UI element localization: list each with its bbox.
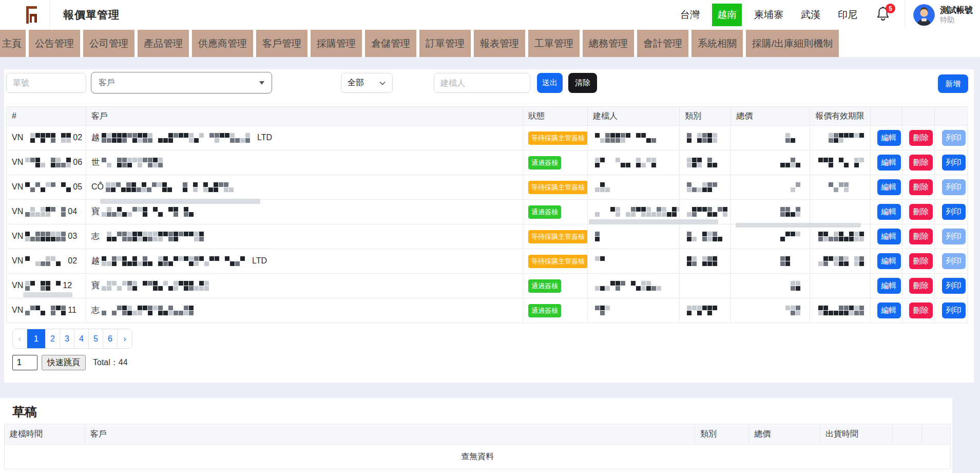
redacted-text — [595, 281, 661, 291]
edit-button[interactable]: 編輯 — [877, 278, 901, 294]
print-button[interactable]: 列印 — [942, 155, 966, 171]
pagination-page-3[interactable]: 3 — [60, 329, 74, 348]
order-number-input[interactable] — [6, 73, 86, 93]
pagination-page-4[interactable]: 4 — [74, 329, 89, 348]
quick-jump-button[interactable]: 快速跳頁 — [42, 355, 86, 370]
delete-button[interactable]: 刪除 — [909, 130, 933, 146]
print-button[interactable]: 列印 — [942, 278, 966, 294]
print-button[interactable]: 列印 — [942, 229, 966, 244]
page-jump-input[interactable] — [12, 355, 37, 370]
redacted-text — [818, 158, 864, 167]
quote-id-suffix: 06 — [73, 158, 82, 166]
edit-cell: 編輯 — [871, 175, 902, 200]
nav-item[interactable]: 會計管理 — [637, 30, 688, 57]
nav-item[interactable]: 工單管理 — [528, 30, 580, 57]
nav-item[interactable]: 倉儲管理 — [365, 30, 416, 57]
edit-button[interactable]: 編輯 — [877, 155, 901, 171]
region-tabs: 台灣越南柬埔寨武漢印尼 — [675, 4, 862, 26]
draft-section: 草稿 建檔時間客戶類別總價出貨時間 查無資料 — [0, 398, 952, 473]
edit-button[interactable]: 編輯 — [877, 253, 901, 269]
nav-item[interactable]: 產品管理 — [138, 30, 189, 57]
customer-combobox[interactable]: 客戶 — [91, 72, 272, 93]
creator-input[interactable] — [434, 73, 530, 93]
nav-item[interactable]: 公告管理 — [29, 30, 80, 57]
redacted-text — [687, 306, 717, 315]
redacted-text — [25, 256, 66, 266]
nav-item[interactable]: 訂單管理 — [419, 30, 471, 57]
nav-item[interactable]: 公司管理 — [83, 30, 134, 57]
redacted-text — [102, 207, 194, 217]
print-button[interactable]: 列印 — [942, 204, 966, 220]
edit-cell: 編輯 — [871, 150, 902, 175]
edit-cell: 編輯 — [871, 126, 902, 150]
customer-cell: 志 — [86, 224, 523, 249]
edit-button[interactable]: 編輯 — [877, 229, 901, 244]
customer-prefix: 越 — [91, 133, 100, 142]
pagination-next-button[interactable]: › — [118, 329, 132, 348]
redacted-text — [785, 133, 800, 143]
nav-item[interactable]: 報表管理 — [474, 30, 525, 57]
category-cell — [680, 224, 731, 249]
region-tab-武漢[interactable]: 武漢 — [796, 4, 825, 26]
edit-button[interactable]: 編輯 — [877, 302, 901, 318]
print-button[interactable]: 列印 — [942, 253, 966, 269]
quote-id-prefix: VN — [12, 256, 23, 265]
submit-button[interactable]: 送出 — [537, 73, 563, 93]
status-cell: 通過簽核 — [523, 150, 588, 175]
region-tab-越南[interactable]: 越南 — [712, 4, 742, 26]
quote-id-prefix: VN — [12, 232, 23, 240]
add-button[interactable]: 新增 — [938, 74, 968, 93]
quote-id-suffix: 04 — [68, 207, 77, 216]
delete-button[interactable]: 刪除 — [909, 278, 933, 294]
status-select[interactable]: 全部 — [341, 73, 393, 93]
region-tab-印尼[interactable]: 印尼 — [833, 4, 862, 26]
pagination-page-1[interactable]: 1 — [27, 329, 46, 348]
delete-cell: 刪除 — [902, 298, 935, 323]
region-tab-柬埔寨[interactable]: 柬埔寨 — [749, 4, 789, 26]
notifications-button[interactable]: 5 — [876, 6, 893, 24]
delete-button[interactable]: 刪除 — [909, 302, 933, 318]
print-button[interactable]: 列印 — [942, 302, 966, 318]
redacted-text — [687, 256, 717, 266]
delete-cell: 刪除 — [902, 274, 935, 298]
validity-cell — [810, 150, 871, 175]
quotes-col-header-empty — [902, 107, 935, 126]
price-cell — [731, 224, 810, 249]
delete-button[interactable]: 刪除 — [909, 204, 933, 220]
clear-button[interactable]: 清除 — [568, 73, 597, 93]
edit-button[interactable]: 編輯 — [877, 179, 901, 195]
nav-item[interactable]: 主頁 — [0, 30, 26, 57]
nav-item[interactable]: 採購/出庫細則機制 — [746, 30, 839, 57]
edit-button[interactable]: 編輯 — [877, 204, 901, 220]
quote-id-prefix: VN — [12, 306, 23, 314]
draft-empty-message: 查無資料 — [5, 445, 951, 469]
creator-cell — [588, 224, 680, 249]
delete-button[interactable]: 刪除 — [909, 253, 933, 269]
print-cell: 列印 — [935, 274, 968, 298]
pagination-page-5[interactable]: 5 — [89, 329, 103, 348]
redacted-text — [25, 232, 66, 241]
customer-suffix: LTD — [252, 256, 267, 265]
pagination-prev-button[interactable]: ‹ — [13, 329, 27, 348]
pagination-page-6[interactable]: 6 — [103, 329, 118, 348]
nav-item[interactable]: 供應商管理 — [192, 30, 253, 57]
category-cell — [680, 274, 731, 298]
creator-cell — [588, 126, 680, 150]
redacted-text — [595, 256, 605, 266]
region-tab-台灣[interactable]: 台灣 — [675, 4, 705, 26]
nav-item[interactable]: 總務管理 — [583, 30, 634, 57]
print-cell: 列印 — [935, 298, 968, 323]
user-menu[interactable]: 測試帳號 特助 — [913, 4, 973, 26]
print-button[interactable]: 列印 — [942, 179, 966, 195]
pagination-page-2[interactable]: 2 — [46, 329, 60, 348]
nav-item[interactable]: 採購管理 — [311, 30, 362, 57]
edit-button[interactable]: 編輯 — [877, 130, 901, 146]
print-button[interactable]: 列印 — [942, 130, 966, 146]
nav-item[interactable]: 系統相關 — [691, 30, 743, 57]
delete-button[interactable]: 刪除 — [909, 229, 933, 244]
category-cell — [680, 298, 731, 323]
delete-button[interactable]: 刪除 — [909, 179, 933, 195]
delete-button[interactable]: 刪除 — [909, 155, 933, 171]
redacted-text — [687, 133, 717, 143]
nav-item[interactable]: 客戶管理 — [256, 30, 308, 57]
